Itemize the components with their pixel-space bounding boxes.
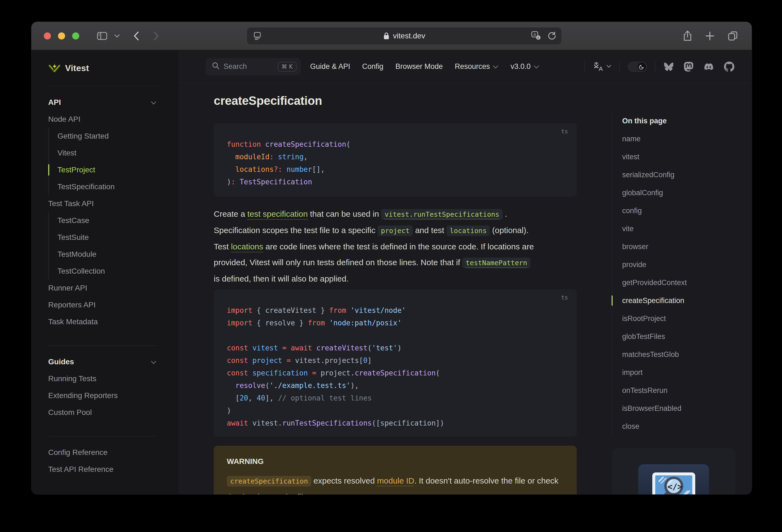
sidebar-item-test-task-api[interactable]: Test Task API — [48, 195, 172, 212]
page-format-icon[interactable] — [252, 31, 262, 41]
sidebar-item-node-api[interactable]: Node API — [48, 111, 172, 128]
sidebar-item-testmodule[interactable]: TestModule — [48, 246, 155, 263]
sidebar-item-task-metadata[interactable]: Task Metadata — [48, 313, 172, 330]
search-label: Search — [223, 62, 247, 71]
paragraph-line: Specification scopes the test file to a … — [214, 222, 595, 239]
code-line: import { resolve } from 'node:path/posix… — [227, 317, 564, 329]
sidebar-item-label: Custom Pool — [48, 408, 92, 417]
toc-item-name[interactable]: name — [622, 130, 729, 148]
toc-item-isbrowserenabled[interactable]: isBrowserEnabled — [622, 399, 729, 417]
site-logo[interactable]: Vitest — [31, 50, 178, 86]
discord-icon[interactable] — [703, 62, 714, 71]
sidebar-item-label: Reporters API — [48, 300, 96, 309]
social-links — [664, 62, 734, 72]
doc-link-module-id[interactable]: module ID — [377, 476, 415, 485]
toc-item-config[interactable]: config — [622, 202, 729, 220]
warning-line: that it exists on the file system. — [227, 489, 564, 494]
toc-item-globalconfig[interactable]: globalConfig — [622, 184, 729, 202]
sidebar-item-reporters-api[interactable]: Reporters API — [48, 296, 172, 313]
mastodon-icon[interactable] — [684, 62, 694, 72]
back-button[interactable] — [133, 31, 140, 41]
svg-text:x: x — [537, 36, 539, 40]
github-icon[interactable] — [724, 62, 734, 72]
forward-button[interactable] — [153, 31, 160, 41]
sidebar-item-api[interactable]: API — [48, 94, 172, 111]
doc-link-test-specification[interactable]: test specification — [247, 209, 308, 218]
sidebar-item-vitest[interactable]: Vitest — [48, 145, 155, 162]
toc-item-vite[interactable]: vite — [622, 220, 729, 238]
sidebar-item-label: Extending Reporters — [48, 391, 118, 400]
search-shortcut: ⌘ K — [278, 62, 296, 72]
vitest-logo-icon — [48, 61, 61, 75]
sponsor-card[interactable]: </> — [612, 448, 735, 494]
sidebar-nav: APINode APIGetting StartedVitestTestProj… — [31, 86, 178, 478]
toc-item-globtestfiles[interactable]: globTestFiles — [622, 327, 729, 346]
nav-dropdown-v3-0-0[interactable]: v3.0.0 — [510, 62, 539, 71]
sidebar-divider — [48, 346, 156, 346]
sidebar-item-runner-api[interactable]: Runner API — [48, 280, 172, 296]
sidebar-item-testcollection[interactable]: TestCollection — [48, 263, 155, 280]
reload-icon[interactable] — [547, 31, 557, 40]
toc-item-provide[interactable]: provide — [622, 256, 729, 274]
sidebar-item-extending-reporters[interactable]: Extending Reporters — [48, 387, 172, 404]
code-content[interactable]: function createSpecification( moduleId: … — [214, 123, 577, 199]
site-title: Vitest — [65, 63, 89, 73]
svg-text:A: A — [533, 32, 536, 37]
nav-link-browser-mode[interactable]: Browser Mode — [395, 62, 443, 71]
code-link-vitest-runtestspecifications[interactable]: vitest.runTestSpecifications — [381, 209, 502, 220]
toc-item-createspecification[interactable]: createSpecification — [622, 292, 729, 310]
sidebar-toggle-icon[interactable] — [97, 31, 108, 41]
nav-link-config[interactable]: Config — [362, 62, 383, 71]
sidebar-item-testcase[interactable]: TestCase — [48, 212, 155, 229]
svg-text:</>: </> — [667, 482, 682, 491]
address-bar[interactable]: vitest.dev A x — [247, 28, 562, 44]
window-controls — [44, 32, 79, 39]
code-content[interactable]: import { createVitest } from 'vitest/nod… — [214, 289, 577, 440]
bluesky-icon[interactable] — [664, 62, 674, 71]
sidebar-item-guides[interactable]: Guides — [48, 353, 172, 370]
minimize-window-button[interactable] — [58, 32, 65, 39]
chevron-down-icon — [150, 357, 156, 366]
share-icon[interactable] — [683, 30, 692, 42]
toc-item-close[interactable]: close — [622, 417, 729, 435]
translate-icon[interactable]: A x — [531, 31, 541, 41]
code-line: const project = vitest.projects[0] — [227, 354, 564, 367]
code-link-testnamepattern[interactable]: testNamePattern — [462, 257, 530, 268]
new-tab-icon[interactable] — [705, 31, 715, 41]
sidebar-item-custom-pool[interactable]: Custom Pool — [48, 404, 172, 421]
doc-link-locations[interactable]: locations — [231, 242, 263, 251]
sidebar-item-testproject[interactable]: TestProject — [48, 162, 155, 178]
sidebar-chevron-down-icon[interactable] — [114, 34, 120, 38]
sidebar-item-test-api-reference[interactable]: Test API Reference — [48, 461, 172, 478]
toc-item-serializedconfig[interactable]: serializedConfig — [622, 166, 729, 184]
nav-divider — [655, 61, 655, 72]
nav-link-guide-api[interactable]: Guide & API — [310, 62, 350, 71]
sidebar-item-testsuite[interactable]: TestSuite — [48, 229, 155, 246]
main-area: Search ⌘ K Guide & APIConfigBrowser Mode… — [178, 50, 752, 494]
dark-mode-toggle[interactable] — [628, 62, 647, 72]
toc-item-getprovidedcontext[interactable]: getProvidedContext — [622, 274, 729, 292]
toc-item-matchestestglob[interactable]: matchesTestGlob — [622, 346, 729, 363]
nav-links: Guide & APIConfigBrowser ModeResourcesv3… — [310, 62, 539, 71]
toc-item-import[interactable]: import — [622, 363, 729, 382]
nav-dropdown-resources[interactable]: Resources — [455, 62, 499, 71]
language-menu[interactable]: A — [593, 62, 611, 72]
search-button[interactable]: Search ⌘ K — [206, 58, 301, 75]
inline-code: createSpecification — [227, 476, 311, 487]
close-window-button[interactable] — [44, 32, 51, 39]
sidebar-item-testspecification[interactable]: TestSpecification — [48, 178, 155, 195]
zoom-window-button[interactable] — [72, 32, 79, 39]
sidebar-item-running-tests[interactable]: Running Tests — [48, 370, 172, 387]
toc-item-browser[interactable]: browser — [622, 238, 729, 256]
toc-item-vitest[interactable]: vitest — [622, 148, 729, 166]
sidebar-item-label: TestCollection — [58, 267, 105, 276]
tab-overview-icon[interactable] — [727, 31, 738, 41]
toc-item-ontestsrerun[interactable]: onTestsRerun — [622, 382, 729, 399]
paragraph-line: Create a test specification that can be … — [214, 206, 595, 222]
sidebar-item-getting-started[interactable]: Getting Started — [48, 128, 155, 145]
sidebar-item-config-reference[interactable]: Config Reference — [48, 444, 172, 461]
sidebar-item-label: Guides — [48, 357, 74, 366]
toc-title: On this page — [622, 112, 729, 130]
code-line — [227, 329, 564, 342]
toc-item-isrootproject[interactable]: isRootProject — [622, 310, 729, 327]
